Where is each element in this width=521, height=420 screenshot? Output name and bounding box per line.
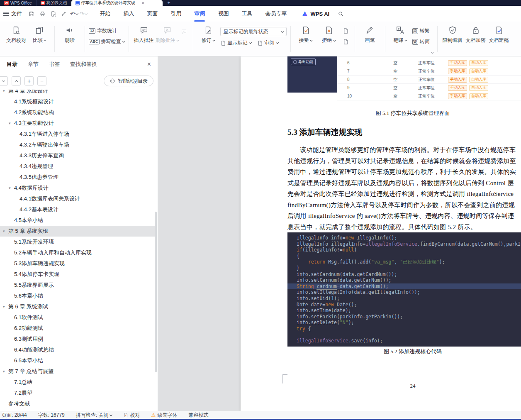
wps-ai-button[interactable]: WPS AI <box>302 10 329 17</box>
word-count-button[interactable]: 12 字数统计 <box>89 27 125 34</box>
toc-item[interactable]: 5.6本章小结 <box>0 291 155 301</box>
toc-item[interactable]: 第 6 章 系统测试 <box>0 301 155 312</box>
auto-inbound-badge[interactable]: 自动入库 <box>469 60 488 66</box>
toc-expand-icon[interactable] <box>9 121 14 125</box>
search-button[interactable] <box>338 11 344 17</box>
toc-expand-icon[interactable] <box>3 369 8 374</box>
translate-button[interactable]: 翻译 <box>389 24 411 44</box>
restrict-editing-button[interactable]: 限制编辑 <box>441 24 464 44</box>
missing-font-warning[interactable]: 缺失字体 <box>151 412 177 419</box>
toc-item[interactable]: 第 4 章 系统设计 <box>0 90 155 96</box>
toc-item[interactable]: 6.3测试用例 <box>0 334 155 344</box>
toc-item[interactable]: 5.1系统开发环境 <box>0 237 155 247</box>
auto-inbound-badge[interactable]: 自动入库 <box>469 93 488 99</box>
simplified-to-traditional-button[interactable]: 简 转繁 <box>412 27 430 34</box>
group-expand-icon[interactable] <box>431 51 433 54</box>
toc-scroll-area[interactable]: 第 4 章 系统设计4.1系统框架设计4.2系统功能结构4.3主要功能设计4.3… <box>0 90 155 411</box>
toc-item[interactable]: 5.4添加停车卡实现 <box>0 269 155 280</box>
auto-inbound-badge[interactable]: 自动入库 <box>469 68 488 74</box>
toc-item[interactable]: 4.1系统框架设计 <box>0 96 155 107</box>
word-count-indicator[interactable]: 字数: 16779 <box>38 412 65 419</box>
toc-item[interactable]: 6.4功能测试总结 <box>0 344 155 355</box>
toc-item[interactable]: 4.5本章小结 <box>0 215 155 226</box>
toc-item[interactable]: 第 5 章 系统实现 <box>0 226 155 237</box>
toc-item[interactable]: 5.5系统界面展示 <box>0 280 155 291</box>
manual-inbound-badge[interactable]: 手动入库 <box>448 68 467 74</box>
toc-item[interactable]: 4.2系统功能结构 <box>0 107 155 118</box>
toc-item[interactable]: 参考文献 <box>0 398 155 409</box>
tab-reference[interactable]: 引用 <box>170 8 181 19</box>
save-button[interactable] <box>27 9 37 19</box>
smart-toc-button[interactable]: 智能识别目录 <box>104 76 153 86</box>
spell-check-button[interactable]: ABC 拼写检查 <box>89 38 125 45</box>
demote-heading-button[interactable] <box>37 76 46 85</box>
panel-tab-bookmarks[interactable]: 书签 <box>49 61 60 68</box>
undo-button[interactable] <box>70 10 78 17</box>
new-tab-button[interactable]: + <box>163 0 175 6</box>
manual-inbound-badge[interactable]: 手动入库 <box>448 85 467 91</box>
print-preview-button[interactable] <box>48 9 58 19</box>
panel-tab-toc[interactable]: 目录 <box>7 61 17 68</box>
show-markup-button[interactable]: 显示标记 <box>220 39 251 46</box>
spell-check-status[interactable]: 拼写检查: 关闭 <box>76 412 112 419</box>
toc-item[interactable]: 5.3添加车辆违规实现 <box>0 258 155 269</box>
toc-item[interactable]: 4.4.1数据库表间关系设计 <box>0 193 155 204</box>
accept-revision-button[interactable]: 接受 <box>295 24 317 44</box>
toc-item[interactable]: 5.2车辆手动入库和自动入库实现 <box>0 247 155 258</box>
format-painter-button[interactable] <box>59 9 69 19</box>
toc-item[interactable]: 4.4.2基本表设计 <box>0 204 155 215</box>
tab-view[interactable]: 视图 <box>218 8 229 19</box>
auto-inbound-badge[interactable]: 自动入库 <box>469 77 488 83</box>
print-button[interactable] <box>37 9 47 19</box>
toc-item[interactable]: 4.3.3历史停车查询 <box>0 150 155 161</box>
toc-item[interactable]: 4.3.4违规管理 <box>0 161 155 172</box>
toc-item[interactable]: 4.3主要功能设计 <box>0 118 155 129</box>
traditional-to-simplified-button[interactable]: 繁 转简 <box>412 38 430 45</box>
toc-item[interactable]: 6.1软件测试 <box>0 312 155 323</box>
review-mode-button[interactable]: 审阅 <box>257 39 278 46</box>
toc-item[interactable]: 6.2功能测试 <box>0 323 155 334</box>
expand-all-button[interactable] <box>12 76 21 85</box>
scrollbar-thumb[interactable] <box>155 212 157 372</box>
finalize-document-button[interactable]: 文档定稿 <box>488 24 510 44</box>
toc-item[interactable]: 4.3.5优惠券管理 <box>0 172 155 183</box>
tab-cloud-docs[interactable]: 我的云文档 <box>36 0 71 6</box>
proofread-button[interactable]: 校对 <box>123 412 140 419</box>
read-aloud-button[interactable]: 朗读 <box>58 24 81 44</box>
toc-item[interactable]: 4.3.2车辆驶出停车场 <box>0 139 155 150</box>
page-indicator[interactable]: 页面: 28/44 <box>2 412 27 419</box>
panel-tab-find-replace[interactable]: 查找和替换 <box>70 61 97 68</box>
toc-item[interactable]: 第 7 章 总结与展望 <box>0 366 155 377</box>
toc-item[interactable]: 7.2展望 <box>0 388 155 398</box>
toc-expand-icon[interactable] <box>3 229 8 233</box>
manual-inbound-badge[interactable]: 手动入库 <box>448 60 467 66</box>
next-revision-button[interactable] <box>341 37 351 46</box>
auto-inbound-badge[interactable]: 自动入库 <box>469 85 488 91</box>
toc-item[interactable]: 7.1总结 <box>0 377 155 388</box>
track-changes-button[interactable]: 修订 <box>197 24 219 44</box>
close-panel-icon[interactable] <box>147 61 151 68</box>
tab-wps-office[interactable]: W WPS Office <box>0 0 36 6</box>
compatibility-mode-indicator[interactable]: 兼容模式 <box>188 412 208 419</box>
panel-scrollbar[interactable] <box>155 90 157 411</box>
promote-heading-button[interactable] <box>24 76 34 85</box>
ink-brush-button[interactable]: 画笔 <box>359 24 381 44</box>
tab-review[interactable]: 审阅 <box>194 8 205 19</box>
toc-item[interactable]: 4.4数据库设计 <box>0 183 155 193</box>
collapse-all-button[interactable] <box>0 76 8 85</box>
toc-item[interactable]: 6.5本章小结 <box>0 355 155 366</box>
tab-tools[interactable]: 工具 <box>241 8 252 19</box>
tab-insert[interactable]: 插入 <box>123 8 134 19</box>
manual-inbound-badge[interactable]: 手动入库 <box>448 93 467 99</box>
compare-button[interactable]: 比较 <box>28 24 51 44</box>
file-menu-button[interactable]: 文件 <box>0 10 26 17</box>
tab-page[interactable]: 页面 <box>147 8 158 19</box>
reject-revision-button[interactable]: 拒绝 <box>318 24 340 44</box>
redo-button[interactable] <box>80 10 88 17</box>
toc-expand-icon[interactable] <box>3 305 8 309</box>
toc-expand-icon[interactable] <box>3 90 8 93</box>
toc-expand-icon[interactable] <box>9 186 14 190</box>
manual-inbound-badge[interactable]: 手动入库 <box>448 77 467 83</box>
close-tab-icon[interactable] <box>142 1 144 5</box>
markup-state-dropdown[interactable]: 显示标记的最终状态 <box>220 27 287 36</box>
